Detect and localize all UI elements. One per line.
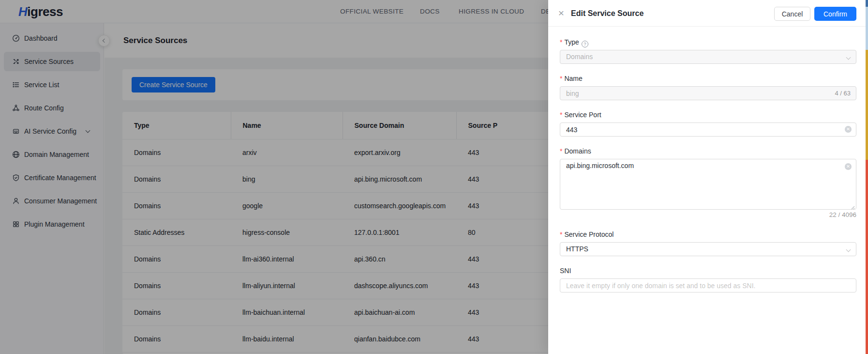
edge-strip-yellow — [866, 50, 868, 160]
required-asterisk: * — [560, 111, 562, 119]
textarea-resize-handle[interactable] — [850, 203, 855, 208]
edge-strip-lightblue — [866, 7, 868, 50]
type-select[interactable]: Domains — [560, 50, 856, 64]
cancel-button[interactable]: Cancel — [774, 7, 810, 21]
drawer-title: Edit Service Source — [571, 0, 644, 27]
chevron-down-icon — [846, 55, 851, 60]
edge-strip-blue — [866, 0, 868, 7]
question-circle-icon[interactable]: ? — [582, 41, 588, 47]
required-asterisk: * — [560, 231, 562, 238]
edge-color-strip — [866, 0, 868, 354]
sni-field-label: SNI — [560, 267, 571, 275]
service-port-field-label: *Service Port — [560, 111, 601, 119]
domains-textarea[interactable]: api.bing.microsoft.com — [560, 159, 856, 210]
clear-circle-icon[interactable]: ✕ — [845, 163, 852, 170]
service-protocol-value: HTTPS — [566, 245, 588, 253]
chevron-down-icon — [846, 247, 851, 252]
confirm-button[interactable]: Confirm — [814, 7, 856, 21]
edge-strip-red — [866, 160, 868, 354]
service-protocol-select[interactable]: HTTPS — [560, 242, 856, 256]
domains-char-counter: 22 / 4096 — [560, 211, 856, 218]
type-select-value: Domains — [566, 53, 593, 61]
type-field-label: *Type? — [560, 38, 588, 47]
name-input[interactable] — [560, 86, 856, 100]
required-asterisk: * — [560, 147, 562, 155]
edit-service-source-drawer: × Edit Service Source Cancel Confirm *Ty… — [548, 0, 868, 354]
close-icon[interactable]: × — [556, 6, 567, 20]
clear-circle-icon[interactable]: ✕ — [845, 126, 852, 133]
sni-input[interactable] — [560, 278, 856, 292]
service-protocol-field-label: *Service Protocol — [560, 231, 614, 238]
service-port-field-wrap: ✕ — [548, 123, 868, 137]
service-port-input[interactable] — [560, 123, 856, 137]
drawer-header: × Edit Service Source Cancel Confirm — [548, 0, 868, 27]
name-field-wrap: 4 / 63 — [548, 86, 868, 100]
name-field-label: *Name — [560, 75, 583, 82]
domains-field-label: *Domains — [560, 147, 591, 155]
name-char-counter: 4 / 63 — [835, 86, 851, 100]
required-asterisk: * — [560, 38, 562, 46]
required-asterisk: * — [560, 75, 562, 82]
